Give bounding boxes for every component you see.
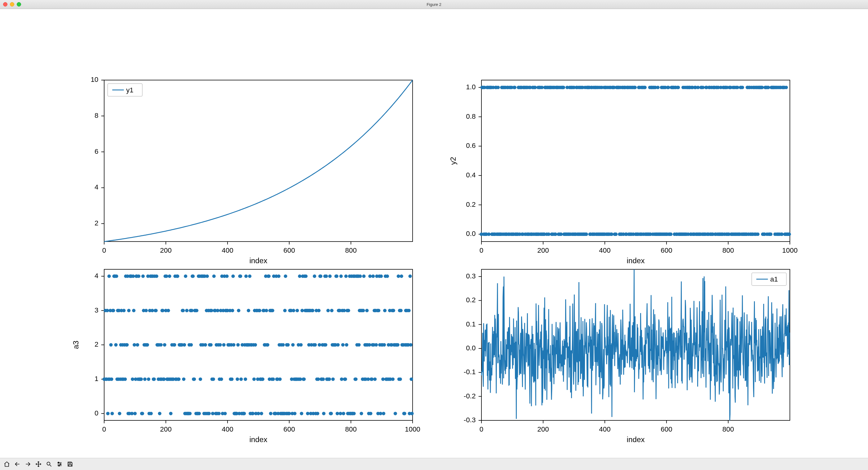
back-button[interactable] [12,460,22,469]
svg-point-1046 [392,309,395,312]
svg-point-871 [284,274,287,278]
svg-point-727 [195,309,198,312]
svg-point-500 [756,232,760,236]
svg-point-773 [223,412,227,415]
svg-point-925 [317,309,320,312]
svg-point-973 [347,309,350,312]
minimize-icon[interactable] [10,2,14,6]
svg-point-1003 [365,309,369,312]
svg-text:1000: 1000 [782,247,798,254]
svg-point-609 [122,309,126,312]
svg-point-1031 [382,343,386,347]
svg-point-787 [232,343,235,347]
svg-point-371 [676,86,680,89]
save-button[interactable] [65,460,75,469]
svg-point-640 [142,274,145,278]
svg-point-942 [328,377,331,381]
svg-point-711 [185,309,188,312]
titlebar: Figure 2 [0,0,868,9]
svg-point-895 [299,377,302,381]
pan-button[interactable] [33,460,43,469]
svg-point-827 [257,412,260,415]
svg-point-539 [780,232,784,236]
svg-point-639 [141,412,144,415]
forward-button[interactable] [23,460,33,469]
svg-point-709 [184,274,187,278]
svg-point-806 [244,377,247,381]
svg-point-733 [199,377,202,381]
svg-text:600: 600 [661,425,672,433]
svg-point-611 [123,377,127,381]
svg-text:0.0: 0.0 [466,344,475,352]
svg-point-904 [304,274,308,278]
svg-point-1018 [374,343,378,347]
svg-point-862 [278,377,282,381]
svg-text:0: 0 [102,247,106,254]
svg-text:a3: a3 [72,341,80,349]
svg-point-1073 [408,274,412,278]
svg-point-901 [302,377,306,381]
svg-point-832 [260,412,263,415]
svg-point-751 [210,309,213,312]
svg-point-301 [633,86,637,89]
svg-point-923 [316,412,319,415]
svg-point-907 [306,412,309,415]
svg-point-776 [225,274,228,278]
svg-point-954 [335,274,339,278]
svg-point-583 [106,412,110,415]
svg-point-590 [111,412,114,415]
svg-text:0.8: 0.8 [466,113,475,120]
svg-point-804 [242,412,246,415]
svg-point-767 [219,377,223,381]
zoom-button[interactable] [44,460,54,469]
svg-point-793 [236,377,239,381]
svg-point-928 [319,274,322,278]
svg-point-1013 [371,274,375,278]
svg-point-707 [183,343,186,347]
svg-point-795 [237,309,240,312]
svg-point-1076 [410,412,413,415]
svg-point-161 [547,232,550,236]
svg-point-741 [204,343,207,347]
svg-point-965 [342,412,345,415]
svg-point-842 [266,343,269,347]
zoom-icon[interactable] [17,2,21,6]
svg-point-1029 [381,377,385,381]
svg-point-624 [131,274,135,278]
svg-point-886 [293,412,297,415]
svg-text:400: 400 [599,425,610,433]
svg-point-150 [540,86,544,89]
svg-point-683 [168,274,171,278]
svg-point-829 [258,309,261,312]
svg-point-551 [787,232,791,236]
svg-point-723 [192,377,196,381]
svg-text:400: 400 [222,247,233,254]
svg-point-998 [362,274,366,278]
home-button[interactable] [2,460,12,469]
svg-point-997 [362,309,365,312]
svg-point-658 [153,377,156,381]
svg-point-411 [701,86,705,89]
svg-point-822 [254,343,257,347]
svg-text:800: 800 [722,247,734,254]
svg-point-263 [610,232,613,236]
svg-point-1025 [379,412,382,415]
close-icon[interactable] [3,2,7,6]
window-controls [3,2,21,6]
svg-point-985 [354,377,358,381]
svg-point-517 [767,86,770,89]
svg-point-747 [207,412,211,415]
svg-point-966 [342,309,346,312]
svg-point-875 [286,343,289,347]
svg-point-403 [696,86,700,89]
svg-text:400: 400 [599,247,610,254]
svg-text:0.2: 0.2 [466,296,475,304]
svg-point-602 [118,412,121,415]
configure-subplots-button[interactable] [55,460,64,469]
svg-text:800: 800 [345,425,356,433]
svg-point-669 [159,343,162,347]
svg-point-884 [292,309,295,312]
svg-text:-0.3: -0.3 [464,416,476,424]
svg-point-625 [132,309,135,312]
svg-point-1059 [400,274,403,278]
